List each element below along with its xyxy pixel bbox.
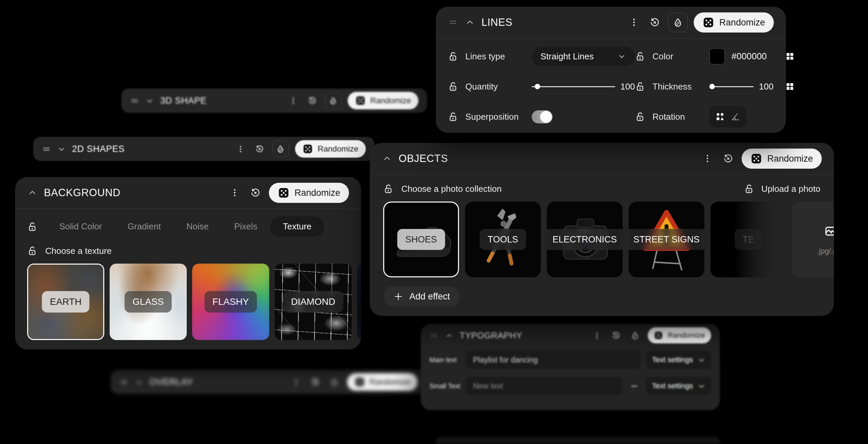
reset-history-icon[interactable] (647, 15, 662, 30)
color-row: Color #000000 (635, 41, 795, 71)
kebab-menu-icon[interactable] (290, 376, 303, 389)
chevron-down-icon[interactable] (57, 145, 66, 154)
drag-handle-icon[interactable] (42, 145, 51, 154)
slider-thumb[interactable] (535, 84, 540, 89)
grid-variants-icon[interactable] (785, 51, 795, 61)
tab-noise[interactable]: Noise (174, 216, 221, 237)
lock-icon[interactable] (635, 81, 646, 92)
main-text-input[interactable] (466, 351, 641, 369)
liquid-style-button[interactable] (668, 13, 688, 32)
lock-icon[interactable] (744, 183, 755, 194)
lock-icon[interactable] (448, 81, 459, 92)
reset-history-icon[interactable] (253, 143, 266, 156)
tab-gradient[interactable]: Gradient (115, 216, 174, 237)
upload-photo-card[interactable]: .jpg/.png (792, 202, 834, 277)
slider-track[interactable] (532, 86, 615, 87)
superposition-toggle[interactable] (532, 110, 553, 123)
drag-handle-icon[interactable] (119, 378, 128, 387)
main-text-row: Main text Text settings (421, 347, 720, 373)
remove-text-button[interactable] (628, 380, 641, 393)
kebab-menu-icon[interactable] (234, 143, 247, 156)
rotation-mode-group (709, 106, 746, 127)
drag-handle-icon[interactable] (430, 331, 438, 340)
chevron-up-icon[interactable] (27, 187, 38, 198)
texture-label: DIAMOND (283, 291, 343, 313)
quantity-slider[interactable]: 100 (532, 82, 635, 92)
collection-label: STREET SIGNS (629, 229, 704, 250)
randomize-button[interactable]: Randomize (742, 149, 822, 169)
lock-icon[interactable] (448, 111, 459, 122)
randomize-button[interactable]: Randomize (694, 12, 774, 32)
tab-pixels[interactable]: Pixels (221, 216, 270, 237)
reset-history-icon[interactable] (610, 329, 623, 342)
chevron-down-icon[interactable] (134, 378, 144, 387)
collection-card-electronics[interactable]: Canon ELECTRONICS (547, 202, 623, 277)
lines-type-label: Lines type (465, 51, 525, 62)
small-text-input[interactable] (466, 377, 622, 395)
panel-background: BACKGROUND Randomize Solid Color Gradien… (15, 177, 361, 349)
tab-solid-color[interactable]: Solid Color (46, 216, 115, 237)
liquid-style-button[interactable] (629, 329, 642, 342)
lock-icon[interactable] (27, 245, 38, 256)
randomize-button[interactable]: Randomize (269, 183, 349, 203)
color-swatch[interactable] (709, 48, 725, 64)
texture-card-earth[interactable]: EARTH (27, 264, 104, 340)
randomize-button[interactable]: Randomize (648, 327, 711, 344)
texture-card-partial[interactable] (357, 264, 361, 340)
collection-card-street-signs[interactable]: STREET SIGNS (629, 202, 704, 277)
lock-icon[interactable] (635, 51, 646, 62)
kebab-menu-icon[interactable] (287, 94, 300, 107)
shapes-pattern-icon[interactable] (715, 111, 725, 122)
upload-photo-button[interactable]: Upload a photo (744, 183, 820, 194)
randomize-button[interactable]: Randomize (295, 140, 366, 158)
lock-icon[interactable] (635, 111, 646, 122)
liquid-style-button[interactable] (272, 141, 289, 157)
color-hex-value[interactable]: #000000 (732, 51, 767, 62)
collection-card-shoes[interactable]: SHOES (383, 202, 459, 277)
lock-icon[interactable] (448, 51, 459, 62)
objects-header: OBJECTS Randomize (370, 143, 834, 175)
texture-card-flashy[interactable]: FLASHY (192, 264, 269, 340)
partial-panel-edge (436, 437, 720, 444)
lines-type-select[interactable]: Straight Lines (532, 47, 635, 66)
text-settings-label: Text settings (652, 355, 693, 364)
randomize-button[interactable]: Randomize (347, 373, 418, 391)
kebab-menu-icon[interactable] (227, 185, 242, 200)
liquid-style-button[interactable] (325, 92, 342, 109)
chevron-down-icon[interactable] (145, 96, 154, 105)
main-text-label: Main text (430, 356, 460, 364)
thickness-slider[interactable]: 100 (709, 82, 773, 92)
texture-card-glass[interactable]: GLASS (110, 264, 187, 340)
kebab-menu-icon[interactable] (700, 151, 715, 166)
chevron-up-icon[interactable] (444, 331, 454, 340)
randomize-label: Randomize (294, 188, 340, 198)
chevron-up-icon[interactable] (465, 17, 475, 28)
reset-history-icon[interactable] (721, 151, 736, 166)
image-upload-icon (824, 223, 834, 238)
angle-icon[interactable] (730, 111, 741, 122)
lock-icon[interactable] (383, 183, 394, 194)
texture-label: EARTH (42, 291, 90, 313)
randomize-button[interactable]: Randomize (348, 92, 418, 109)
texture-card-diamond[interactable]: DIAMOND (275, 264, 352, 340)
main-text-settings-dropdown[interactable]: Text settings (646, 351, 711, 369)
reset-history-icon[interactable] (248, 185, 263, 200)
kebab-menu-icon[interactable] (627, 15, 641, 30)
liquid-style-button[interactable] (328, 376, 341, 389)
drag-handle-icon[interactable] (448, 17, 459, 28)
slider-track[interactable] (709, 86, 754, 87)
reset-history-icon[interactable] (309, 376, 322, 389)
kebab-menu-icon[interactable] (590, 329, 603, 342)
collection-list: SHOES TOOLS (370, 194, 834, 277)
reset-history-icon[interactable] (306, 94, 319, 107)
grid-variants-icon[interactable] (785, 82, 795, 92)
add-effect-button[interactable]: Add effect (383, 286, 460, 307)
slider-thumb[interactable] (709, 84, 715, 89)
collection-card-tools[interactable]: TOOLS (465, 202, 541, 277)
lock-icon[interactable] (27, 221, 46, 232)
tab-texture[interactable]: Texture (270, 216, 324, 237)
chevron-up-icon[interactable] (382, 153, 393, 164)
collection-card-partial[interactable]: TE (710, 202, 786, 277)
drag-handle-icon[interactable] (130, 96, 139, 105)
small-text-settings-dropdown[interactable]: Text settings (646, 377, 711, 395)
